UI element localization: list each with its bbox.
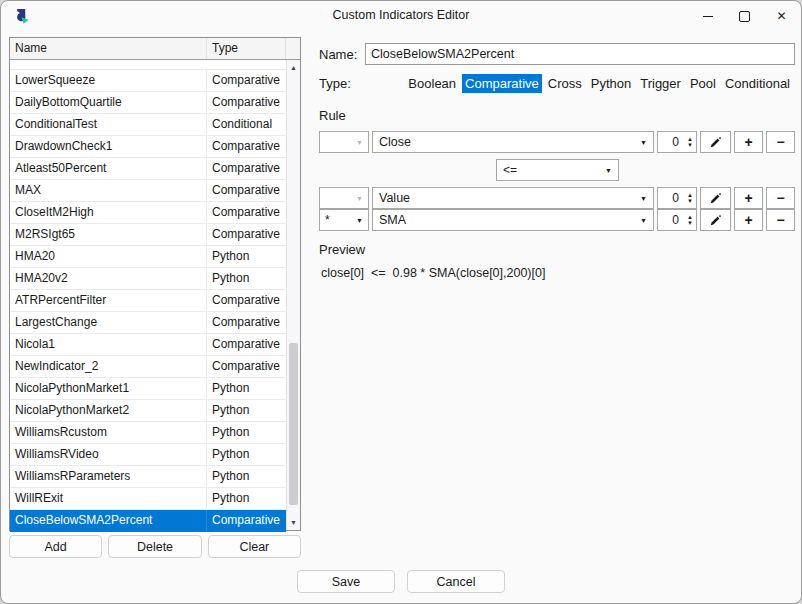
chevron-down-icon: ▼ <box>356 139 363 146</box>
indicator-name-cell: WilliamsRcustom <box>10 422 207 443</box>
type-option-conditional[interactable]: Conditional <box>722 74 793 93</box>
type-option-cross[interactable]: Cross <box>545 74 585 93</box>
cancel-button[interactable]: Cancel <box>407 570 505 593</box>
indicator-combo[interactable]: Value ▼ <box>372 187 654 209</box>
indicator-type-cell: Comparative <box>207 70 286 91</box>
maximize-icon <box>739 11 750 22</box>
indicator-type-cell: Python <box>207 378 286 399</box>
table-header: Name Type <box>10 38 300 60</box>
indicator-name-cell: WillRExit <box>10 488 207 509</box>
operator-combo[interactable]: <= ▼ <box>496 159 619 181</box>
type-option-trigger[interactable]: Trigger <box>637 74 684 93</box>
table-row[interactable]: WilliamsRcustomPython <box>10 422 286 444</box>
minimize-button[interactable] <box>689 1 726 31</box>
table-row[interactable]: NewIndicator_2Comparative <box>10 356 286 378</box>
rule-label: Rule <box>319 108 346 123</box>
maximize-button[interactable] <box>726 1 763 31</box>
close-icon: ✕ <box>776 9 786 23</box>
type-option-python[interactable]: Python <box>588 74 634 93</box>
indicator-value: SMA <box>379 213 640 227</box>
indicator-name-cell: Nicola1 <box>10 334 207 355</box>
table-row[interactable]: WillRExitPython <box>10 488 286 510</box>
table-scrollbar[interactable]: ▲ ▼ <box>286 60 300 530</box>
table-row[interactable]: MAXComparative <box>10 180 286 202</box>
add-term-button[interactable]: + <box>734 187 763 209</box>
name-input[interactable] <box>365 43 795 65</box>
spinner-arrows-icon[interactable]: ▲▼ <box>687 192 693 204</box>
table-row[interactable]: ConditionalTestConditional <box>10 114 286 136</box>
table-row[interactable]: Nicola1Comparative <box>10 334 286 356</box>
multiplier-combo[interactable]: * ▼ <box>319 209 369 231</box>
scrollbar-down-icon[interactable]: ▼ <box>287 515 300 530</box>
column-header-type[interactable]: Type <box>207 38 286 59</box>
scrollbar-track[interactable] <box>287 75 300 515</box>
indicator-name-cell: Atleast50Percent <box>10 158 207 179</box>
column-header-name[interactable]: Name <box>10 38 207 59</box>
indicator-type-cell: Python <box>207 246 286 267</box>
indicator-table: Name Type UpperSqueezeComparativeLowerSq… <box>9 37 301 531</box>
indicator-type-cell: Comparative <box>207 510 286 531</box>
indicator-combo[interactable]: Close ▼ <box>372 131 654 153</box>
remove-term-button[interactable]: − <box>766 209 795 231</box>
clear-button[interactable]: Clear <box>208 535 301 558</box>
indicator-combo[interactable]: SMA ▼ <box>372 209 654 231</box>
table-row[interactable]: ATRPercentFilterComparative <box>10 290 286 312</box>
offset-value: 0 <box>664 213 687 227</box>
add-button[interactable]: Add <box>9 535 102 558</box>
indicator-type-cell: Python <box>207 488 286 509</box>
table-row[interactable]: DrawdownCheck1Comparative <box>10 136 286 158</box>
multiplier-combo[interactable]: ▼ <box>319 131 369 153</box>
add-term-button[interactable]: + <box>734 209 763 231</box>
table-row[interactable]: CloseBelowSMA2PercentComparative <box>10 510 286 532</box>
indicator-type-cell: Comparative <box>207 290 286 311</box>
edit-button[interactable] <box>700 187 731 209</box>
edit-button[interactable] <box>700 209 731 231</box>
type-option-boolean[interactable]: Boolean <box>405 74 459 93</box>
type-option-comparative[interactable]: Comparative <box>462 74 542 93</box>
spinner-arrows-icon[interactable]: ▲▼ <box>687 214 693 226</box>
table-row[interactable]: DailyBottomQuartileComparative <box>10 92 286 114</box>
indicator-name-cell: WilliamsRParameters <box>10 466 207 487</box>
delete-button[interactable]: Delete <box>108 535 201 558</box>
window-title: Custom Indicators Editor <box>1 8 801 22</box>
offset-spinner[interactable]: 0 ▲▼ <box>657 209 697 231</box>
remove-term-button[interactable]: − <box>766 131 795 153</box>
scrollbar-thumb[interactable] <box>289 343 298 505</box>
offset-spinner[interactable]: 0 ▲▼ <box>657 187 697 209</box>
type-option-pool[interactable]: Pool <box>687 74 719 93</box>
indicator-name-cell: CloseBelowSMA2Percent <box>10 510 207 531</box>
table-row[interactable]: NicolaPythonMarket2Python <box>10 400 286 422</box>
table-row[interactable]: CloseItM2HighComparative <box>10 202 286 224</box>
chevron-down-icon: ▼ <box>605 167 612 174</box>
scrollbar-up-icon[interactable]: ▲ <box>287 60 300 75</box>
indicator-name-cell: NewIndicator_2 <box>10 356 207 377</box>
save-button[interactable]: Save <box>297 570 395 593</box>
table-row[interactable]: NicolaPythonMarket1Python <box>10 378 286 400</box>
indicator-type-cell: Comparative <box>207 356 286 377</box>
indicator-name-cell: CloseItM2High <box>10 202 207 223</box>
table-row[interactable]: HMA20v2Python <box>10 268 286 290</box>
table-row[interactable]: WilliamsRParametersPython <box>10 466 286 488</box>
table-row[interactable]: HMA20Python <box>10 246 286 268</box>
multiplier-combo[interactable]: ▼ <box>319 187 369 209</box>
add-term-button[interactable]: + <box>734 131 763 153</box>
offset-spinner[interactable]: 0 ▲▼ <box>657 131 697 153</box>
type-options: BooleanComparativeCrossPythonTriggerPool… <box>405 72 793 94</box>
spinner-arrows-icon[interactable]: ▲▼ <box>687 136 693 148</box>
table-row[interactable]: LargestChangeComparative <box>10 312 286 334</box>
edit-button[interactable] <box>700 131 731 153</box>
remove-term-button[interactable]: − <box>766 187 795 209</box>
rule-row-right-2: * ▼ SMA ▼ 0 ▲▼ + − <box>319 209 795 231</box>
preview-expression: close[0] <= 0.98 * SMA(close[0],200)[0] <box>321 266 545 280</box>
table-row[interactable]: WilliamsRVideoPython <box>10 444 286 466</box>
chevron-down-icon: ▼ <box>640 139 647 146</box>
chevron-down-icon: ▼ <box>356 217 363 224</box>
table-row[interactable]: LowerSqueezeComparative <box>10 70 286 92</box>
table-row[interactable]: Atleast50PercentComparative <box>10 158 286 180</box>
indicator-type-cell: Comparative <box>207 334 286 355</box>
close-button[interactable]: ✕ <box>763 1 800 31</box>
indicator-type-cell: Comparative <box>207 180 286 201</box>
indicator-name-cell: NicolaPythonMarket1 <box>10 378 207 399</box>
table-row[interactable]: M2RSIgt65Comparative <box>10 224 286 246</box>
table-row[interactable]: UpperSqueezeComparative <box>10 60 286 70</box>
